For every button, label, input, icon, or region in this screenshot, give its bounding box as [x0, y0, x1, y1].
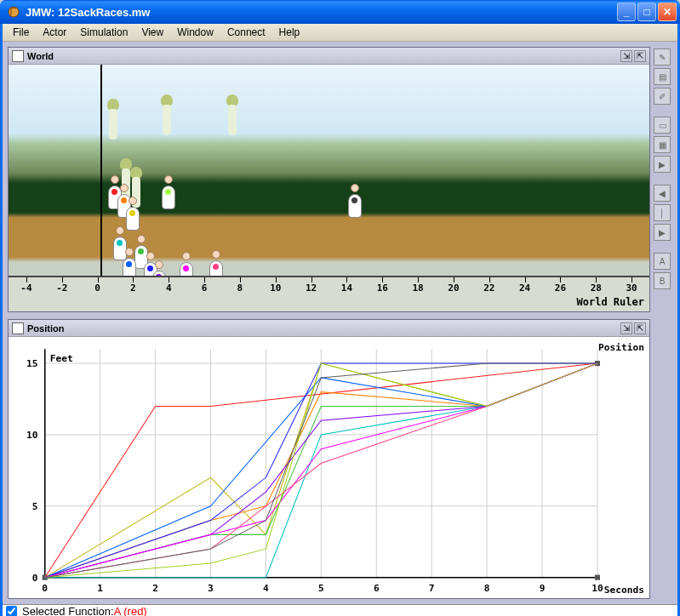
ruler-tick-label: 30 — [626, 282, 637, 294]
world-panel-title: World — [27, 51, 619, 61]
ruler-tick-label: -4 — [20, 282, 31, 294]
ruler-tick-label: 12 — [306, 282, 317, 294]
ruler-tick-label: 0 — [94, 282, 100, 294]
actor-snowman[interactable] — [124, 197, 141, 231]
tool-edit-button[interactable]: ✎ — [654, 48, 671, 66]
maximize-button[interactable]: □ — [637, 3, 656, 21]
ruler-tick-label: 4 — [166, 282, 172, 294]
panel-max-button[interactable]: ⇱ — [634, 322, 646, 334]
tool-A-button[interactable]: A — [654, 253, 671, 270]
actor-snowman[interactable] — [346, 184, 363, 218]
panel-iconify-button[interactable]: ⇲ — [620, 322, 632, 334]
ruler-tick-label: 2 — [130, 282, 136, 294]
tool-grid-button[interactable]: ▦ — [654, 136, 671, 153]
menubar: File Actor Simulation View Window Connec… — [3, 24, 677, 42]
tool-line-button[interactable]: │ — [654, 204, 671, 221]
selected-function-value: A (red) — [114, 605, 147, 616]
tool-pencil-button[interactable]: ✐ — [654, 88, 671, 105]
selected-function-checkbox[interactable] — [6, 606, 17, 616]
ruler-tick-label: 8 — [237, 282, 243, 294]
world-origin-line — [100, 65, 102, 276]
y-tick-label: 0 — [32, 573, 38, 584]
position-panel-header[interactable]: Position ⇲ ⇱ — [9, 320, 649, 337]
close-button[interactable]: ✕ — [658, 3, 677, 21]
tool-left-button[interactable]: ◀ — [654, 185, 671, 202]
ruler-tick-label: -2 — [56, 282, 67, 294]
svg-point-0 — [9, 7, 19, 17]
y-tick-label: 5 — [32, 501, 38, 512]
ruler-tick-label: 10 — [270, 282, 281, 294]
actor-snowman[interactable] — [160, 175, 177, 209]
y-tick-label: 10 — [26, 430, 38, 441]
world-panel: World ⇲ ⇱ -4-202468101214161820222426283… — [8, 47, 650, 312]
menu-connect[interactable]: Connect — [220, 24, 272, 41]
menu-help[interactable]: Help — [272, 24, 307, 41]
side-toolbar: ✎▤✐▭▦▶◀│▶AB — [654, 47, 672, 599]
actor-frog[interactable] — [226, 94, 239, 137]
y-axis-label: Feet — [50, 353, 73, 364]
x-tick-label: 5 — [318, 583, 324, 594]
panel-icon — [12, 50, 24, 62]
chart-corner-label: Position — [598, 342, 644, 353]
panel-iconify-button[interactable]: ⇲ — [620, 50, 632, 62]
x-tick-label: 4 — [263, 583, 269, 594]
x-tick-label: 2 — [152, 583, 158, 594]
y-tick-label: 15 — [26, 358, 37, 369]
x-tick-label: 8 — [484, 583, 490, 594]
x-axis-label: Seconds — [604, 585, 644, 596]
x-tick-label: 3 — [208, 583, 214, 594]
titlebar: JMW: 12SackRaces.mw _ □ ✕ — [0, 0, 680, 24]
ruler-tick-label: 26 — [555, 282, 566, 294]
window-title: JMW: 12SackRaces.mw — [24, 6, 617, 19]
tool-chart-button[interactable]: ▤ — [654, 68, 671, 85]
minimize-button[interactable]: _ — [617, 3, 636, 21]
tool-play-button[interactable]: ▶ — [654, 156, 671, 173]
ruler-tick-label: 28 — [591, 282, 602, 294]
menu-simulation[interactable]: Simulation — [73, 24, 134, 41]
ruler-tick-label: 20 — [448, 282, 459, 294]
x-tick-label: 7 — [429, 583, 435, 594]
x-tick-label: 6 — [374, 583, 380, 594]
ruler-tick-label: 18 — [412, 282, 423, 294]
menu-window[interactable]: Window — [170, 24, 220, 41]
ruler-tick-label: 24 — [519, 282, 530, 294]
x-tick-label: 1 — [97, 583, 103, 594]
x-tick-label: 0 — [42, 583, 48, 594]
world-panel-header[interactable]: World ⇲ ⇱ — [9, 48, 649, 65]
menu-actor[interactable]: Actor — [36, 24, 73, 41]
chart-endpoint — [595, 575, 600, 580]
tool-right-button[interactable]: ▶ — [654, 224, 671, 241]
app-icon — [7, 5, 20, 19]
world-ruler: -4-2024681012141618202224262830 World Ru… — [9, 276, 649, 311]
panel-icon — [12, 322, 24, 334]
tool-doc-button[interactable]: ▭ — [654, 117, 671, 134]
ruler-tick-label: 22 — [483, 282, 494, 294]
position-panel-title: Position — [27, 323, 619, 334]
x-tick-label: 9 — [540, 583, 546, 594]
position-panel: Position ⇲ ⇱ 012345678910051015FeetSecon… — [8, 319, 650, 599]
actor-frog[interactable] — [160, 94, 174, 137]
menu-view[interactable]: View — [134, 24, 170, 41]
tool-B-button[interactable]: B — [654, 272, 671, 289]
ruler-tick-label: 14 — [341, 282, 352, 294]
ruler-tick-label: 16 — [377, 282, 388, 294]
menu-file[interactable]: File — [6, 24, 36, 41]
world-canvas[interactable]: -4-2024681012141618202224262830 World Ru… — [9, 65, 649, 311]
panel-max-button[interactable]: ⇱ — [634, 50, 646, 62]
position-chart[interactable]: 012345678910051015FeetSecondsPosition — [9, 337, 649, 598]
status-bar: Selected Function: A (red) — [3, 604, 677, 616]
actor-frog[interactable] — [106, 99, 120, 141]
ruler-tick-label: 6 — [202, 282, 208, 294]
x-tick-label: 10 — [591, 583, 603, 594]
world-ruler-label: World Ruler — [577, 296, 644, 308]
selected-function-label: Selected Function: — [22, 605, 114, 616]
